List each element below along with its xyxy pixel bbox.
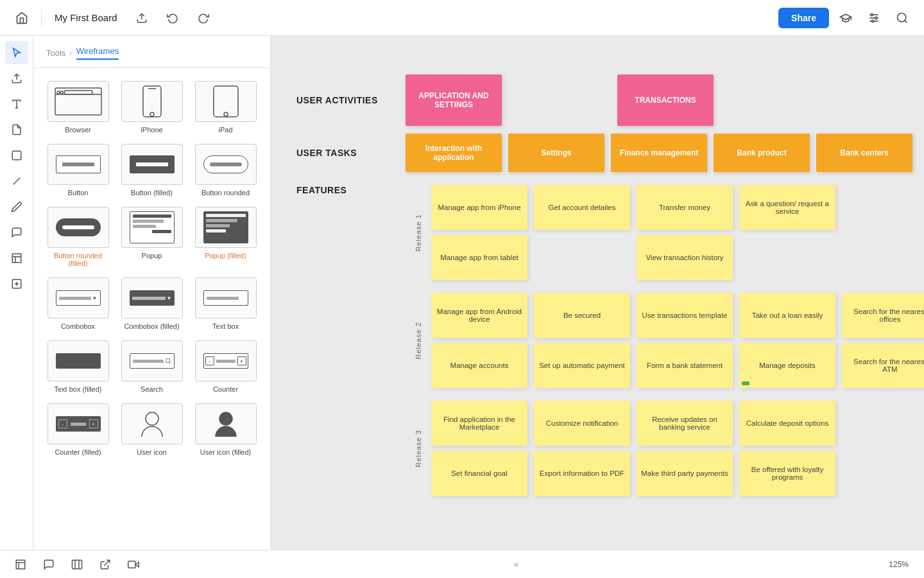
panel-item-search[interactable]: Search bbox=[120, 340, 184, 393]
svg-rect-34 bbox=[16, 560, 25, 569]
undo-button[interactable] bbox=[161, 6, 184, 30]
feat-ask-question: Ask a question/ request a service bbox=[739, 185, 835, 230]
add-tool[interactable] bbox=[5, 272, 28, 295]
panel-item-textbox[interactable]: Text box bbox=[194, 277, 257, 330]
line-tool[interactable] bbox=[5, 170, 28, 193]
canvas-area[interactable]: USER ACTIVITIES APPLICATION AND SETTINGS… bbox=[271, 36, 924, 550]
panel-item-combobox[interactable]: ▼ Combobox bbox=[46, 277, 110, 330]
chat-tool[interactable] bbox=[5, 221, 28, 244]
svg-rect-42 bbox=[128, 561, 135, 568]
topbar: My First Board Share bbox=[0, 0, 924, 36]
sticky-app-settings: APPLICATION AND SETTINGS bbox=[406, 74, 502, 126]
redo-button[interactable] bbox=[192, 6, 215, 30]
panel-item-ipad-label: iPad bbox=[218, 126, 232, 134]
release-1-row: Release 1 Manage app from iPhone Get acc… bbox=[406, 180, 924, 285]
panel-item-browser[interactable]: Browser bbox=[46, 81, 110, 134]
breadcrumb-root[interactable]: Tools bbox=[46, 48, 65, 58]
frame-tool[interactable] bbox=[5, 247, 28, 270]
release-2-label: Release 2 bbox=[415, 322, 422, 360]
task-settings: Settings bbox=[508, 134, 604, 172]
panel-item-popup[interactable]: Popup bbox=[120, 207, 184, 267]
canvas-content: USER ACTIVITIES APPLICATION AND SETTINGS… bbox=[271, 36, 924, 550]
release-2-row: Release 2 Manage app from Android device… bbox=[406, 288, 924, 393]
panel-item-ipad[interactable]: iPad bbox=[194, 81, 257, 134]
bottom-bar: « 125% bbox=[0, 550, 924, 578]
panel-item-textbox-label: Text box bbox=[212, 322, 239, 330]
feat-transfer-money: Transfer money bbox=[637, 185, 733, 230]
feat-automatic-payment: Set up automatic payment bbox=[534, 343, 630, 388]
feat-export-pdf: Export information to PDF bbox=[534, 451, 630, 496]
sticky-note-tool[interactable] bbox=[5, 118, 28, 141]
user-activities-label: USER ACTIVITIES bbox=[296, 95, 406, 105]
panel-item-button-rounded[interactable]: Button rounded bbox=[194, 144, 257, 197]
text-tool[interactable] bbox=[5, 92, 28, 116]
feat-loyalty-programs: Be offered with loyalty programs bbox=[739, 451, 835, 496]
svg-point-29 bbox=[224, 112, 228, 116]
panel-item-counter[interactable]: - + Counter bbox=[194, 340, 257, 393]
panel-item-popup-filled-label: Popup (filled) bbox=[205, 252, 246, 259]
link-bottom-icon[interactable] bbox=[67, 554, 87, 575]
panel-item-button-filled[interactable]: Button (filled) bbox=[120, 144, 184, 197]
panel-item-iphone[interactable]: iPhone bbox=[120, 81, 184, 134]
panel-item-usericon-filled[interactable]: User icon (filled) bbox=[194, 403, 257, 456]
rectangle-tool[interactable] bbox=[5, 144, 28, 167]
select-tool[interactable] bbox=[5, 41, 28, 64]
release-2-row-2: Manage accounts Set up automatic payment… bbox=[431, 343, 924, 388]
feat-account-details: Get account detailes bbox=[534, 185, 630, 230]
search-button[interactable] bbox=[891, 6, 914, 30]
panel-item-textbox-filled[interactable]: Text box (filled) bbox=[46, 340, 110, 393]
home-button[interactable] bbox=[10, 6, 33, 30]
chat-bottom-icon[interactable] bbox=[38, 554, 59, 575]
collapse-panel-btn[interactable]: « bbox=[514, 560, 518, 569]
panel-item-button[interactable]: Button bbox=[46, 144, 110, 197]
release-3-label-col: Release 3 bbox=[406, 396, 431, 501]
panel-item-counter-filled[interactable]: - + Counter (filled) bbox=[46, 403, 110, 456]
feat-transactions-template: Use transactions template bbox=[637, 293, 733, 338]
feat-find-marketplace: Find application in the Marketplace bbox=[431, 401, 527, 446]
feat-set-financial-goal: Set financial goal bbox=[431, 451, 527, 496]
panel-item-button-rounded-filled[interactable]: Button rounded (filled) bbox=[46, 207, 110, 267]
usericon-filled-preview bbox=[195, 403, 257, 444]
feat-nearest-offices: Search for the nearest offices bbox=[842, 293, 924, 338]
panel-item-button-filled-label: Button (filled) bbox=[131, 189, 173, 197]
panel-item-combobox-filled[interactable]: ▼ Combobox (filled) bbox=[120, 277, 184, 330]
svg-marker-41 bbox=[135, 562, 139, 567]
panel-item-iphone-label: iPhone bbox=[141, 126, 162, 134]
share-button[interactable]: Share bbox=[778, 8, 829, 28]
video-bottom-icon[interactable] bbox=[123, 554, 144, 575]
feat-empty-r3r2c5 bbox=[842, 451, 924, 496]
feat-nearest-atm: Search for the nearest ATM bbox=[842, 343, 924, 388]
counter-filled-preview: - + bbox=[47, 403, 109, 444]
svg-point-33 bbox=[219, 412, 232, 425]
ipad-preview bbox=[195, 81, 257, 122]
frame-bottom-icon[interactable] bbox=[10, 554, 31, 575]
feat-bank-statement: Form a bank statement bbox=[637, 343, 733, 388]
feat-empty-r1r1c5 bbox=[842, 185, 924, 230]
release-1-row-2: Manage app from tablet View transaction … bbox=[431, 235, 924, 280]
iphone-preview bbox=[121, 81, 183, 122]
export-button[interactable] bbox=[130, 6, 153, 30]
release-3-row: Release 3 Find application in the Market… bbox=[406, 396, 924, 501]
release-1-grid: Manage app from iPhone Get account detai… bbox=[431, 180, 924, 285]
svg-line-8 bbox=[905, 20, 907, 22]
panel-item-usericon[interactable]: User icon bbox=[120, 403, 184, 456]
svg-line-13 bbox=[13, 178, 20, 185]
learn-button[interactable] bbox=[834, 6, 857, 30]
usericon-preview bbox=[121, 403, 183, 444]
upload-tool[interactable] bbox=[5, 67, 28, 90]
tools-panel: Tools › Wireframes Browser bbox=[33, 36, 271, 550]
export-bottom-icon[interactable] bbox=[95, 554, 116, 575]
svg-point-30 bbox=[166, 358, 170, 363]
textbox-preview bbox=[195, 277, 257, 319]
breadcrumb-separator: › bbox=[69, 48, 72, 58]
settings-button[interactable] bbox=[862, 6, 886, 30]
pen-tool[interactable] bbox=[5, 195, 28, 218]
release-1-row-1: Manage app from iPhone Get account detai… bbox=[431, 185, 924, 230]
main-layout: Tools › Wireframes Browser bbox=[0, 36, 924, 550]
zoom-level: 125% bbox=[889, 560, 914, 569]
svg-point-32 bbox=[146, 412, 158, 425]
svg-point-27 bbox=[150, 112, 154, 116]
panel-item-popup-filled[interactable]: Popup (filled) bbox=[194, 207, 257, 267]
popup-filled-preview bbox=[195, 207, 257, 248]
textbox-filled-preview bbox=[47, 340, 109, 381]
